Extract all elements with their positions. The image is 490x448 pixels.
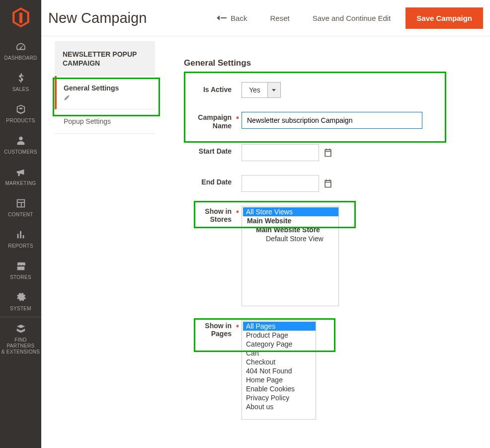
start-date-label: Start Date [184, 144, 234, 159]
save-continue-label: Save and Continue Edit [313, 14, 391, 22]
page-option[interactable]: Product Page [243, 331, 316, 340]
start-date-input[interactable] [242, 144, 319, 161]
page-option[interactable]: Category Page [243, 340, 316, 349]
field-start-date: Start Date [184, 144, 482, 161]
nav-dashboard-label: DASHBOARD [4, 55, 37, 61]
pencil-icon [64, 94, 71, 101]
nav-marketing[interactable]: MARKETING [0, 160, 41, 191]
field-end-date: End Date [184, 175, 482, 192]
layout-icon [15, 198, 26, 209]
page-option[interactable]: Privacy Policy [243, 393, 316, 402]
save-continue-button[interactable]: Save and Continue Edit [305, 8, 399, 28]
nav-extensions-label-2: & EXTENSIONS [1, 349, 40, 355]
campaign-name-label: Campaign Name [184, 112, 234, 130]
box-icon [15, 104, 26, 115]
nav-products-label: PRODUCTS [6, 118, 35, 124]
nav-reports-label: REPORTS [8, 243, 33, 249]
arrow-left-icon [217, 15, 220, 20]
nav-customers-label: CUSTOMERS [4, 149, 37, 155]
nav-sales[interactable]: SALES [0, 66, 41, 97]
nav-content-label: CONTENT [8, 212, 33, 218]
page-option[interactable]: Cart [243, 349, 316, 358]
page-option[interactable]: Home Page [243, 375, 316, 384]
admin-sidebar: DASHBOARD SALES PRODUCTS CUSTOMERS MARKE… [0, 0, 41, 448]
end-date-input[interactable] [242, 175, 319, 192]
calendar-icon[interactable] [323, 179, 333, 188]
store-option[interactable]: Default Store View [243, 234, 338, 243]
nav-system-label: SYSTEM [10, 306, 31, 312]
back-button-label: Back [231, 14, 247, 22]
storefront-icon [15, 261, 26, 271]
page-option[interactable]: Enable Cookies [243, 384, 316, 393]
field-show-in-pages: Show in Pages * All PagesProduct PageCat… [184, 320, 482, 420]
bar-chart-icon [15, 229, 26, 240]
nav-sales-label: SALES [12, 87, 29, 92]
tab-popup-settings[interactable]: Popup Settings [55, 109, 155, 134]
nav-products[interactable]: PRODUCTS [0, 97, 41, 129]
is-active-label: Is Active [184, 82, 234, 97]
settings-panel: NEWSLETTER POPUP CAMPAIGN General Settin… [55, 41, 155, 134]
nav-extensions-label-1: FIND PARTNERS [1, 337, 40, 349]
campaign-name-input[interactable] [242, 112, 422, 129]
magento-logo[interactable] [0, 0, 41, 35]
section-title: General Settings [184, 58, 482, 68]
page-option[interactable]: All Pages [243, 322, 316, 331]
nav-stores-label: STORES [10, 274, 31, 280]
page-option[interactable]: About us [243, 402, 316, 411]
nav-system[interactable]: SYSTEM [0, 285, 41, 317]
reset-button-label: Reset [270, 14, 289, 22]
nav-marketing-label: MARKETING [5, 180, 36, 186]
general-settings-form: General Settings Is Active Yes Campaign … [184, 52, 482, 434]
show-in-stores-listbox[interactable]: All Store ViewsMain WebsiteMain Website … [242, 206, 339, 306]
settings-panel-heading: NEWSLETTER POPUP CAMPAIGN [55, 41, 155, 76]
page-title: New Campaign [48, 10, 147, 26]
end-date-label: End Date [184, 175, 234, 190]
required-star-icon: * [234, 320, 242, 331]
partners-icon [15, 323, 26, 334]
field-is-active: Is Active Yes [184, 82, 482, 98]
tab-popup-settings-label: Popup Settings [64, 117, 146, 125]
back-button[interactable]: Back [209, 8, 255, 28]
chevron-down-icon [267, 83, 280, 97]
store-option[interactable]: Main Website [243, 216, 338, 225]
gauge-icon [15, 41, 26, 52]
nav-extensions[interactable]: FIND PARTNERS & EXTENSIONS [0, 317, 41, 360]
required-star-icon: * [234, 112, 242, 123]
save-campaign-button[interactable]: Save Campaign [406, 7, 483, 29]
field-campaign-name: Campaign Name * [184, 112, 482, 130]
topbar: New Campaign Back Reset Save and Continu… [41, 0, 490, 36]
nav-content[interactable]: CONTENT [0, 191, 41, 223]
show-in-pages-listbox[interactable]: All PagesProduct PageCategory PageCartCh… [242, 320, 316, 420]
magento-logo-icon [12, 7, 29, 27]
nav-reports[interactable]: REPORTS [0, 223, 41, 254]
nav-customers[interactable]: CUSTOMERS [0, 129, 41, 160]
megaphone-icon [15, 167, 26, 178]
nav-stores[interactable]: STORES [0, 254, 41, 285]
reset-button[interactable]: Reset [262, 8, 297, 28]
page-option[interactable]: Checkout [243, 358, 316, 366]
save-campaign-label: Save Campaign [416, 14, 472, 22]
field-show-in-stores: Show in Stores * All Store ViewsMain Web… [184, 206, 482, 306]
store-option[interactable]: All Store Views [243, 207, 338, 216]
person-icon [15, 135, 26, 146]
store-option[interactable]: Main Website Store [243, 225, 338, 234]
gear-icon [15, 292, 26, 303]
show-in-stores-label: Show in Stores [184, 206, 234, 224]
is-active-select[interactable]: Yes [242, 82, 281, 98]
is-active-value: Yes [242, 83, 267, 97]
dollar-icon [15, 73, 26, 84]
page-option[interactable]: 404 Not Found [243, 366, 316, 375]
required-star-icon: * [234, 206, 242, 217]
tab-general-settings-label: General Settings [64, 84, 146, 92]
tab-general-settings[interactable]: General Settings [55, 76, 155, 109]
nav-dashboard[interactable]: DASHBOARD [0, 35, 41, 66]
calendar-icon[interactable] [323, 148, 333, 158]
show-in-pages-label: Show in Pages [184, 320, 234, 339]
